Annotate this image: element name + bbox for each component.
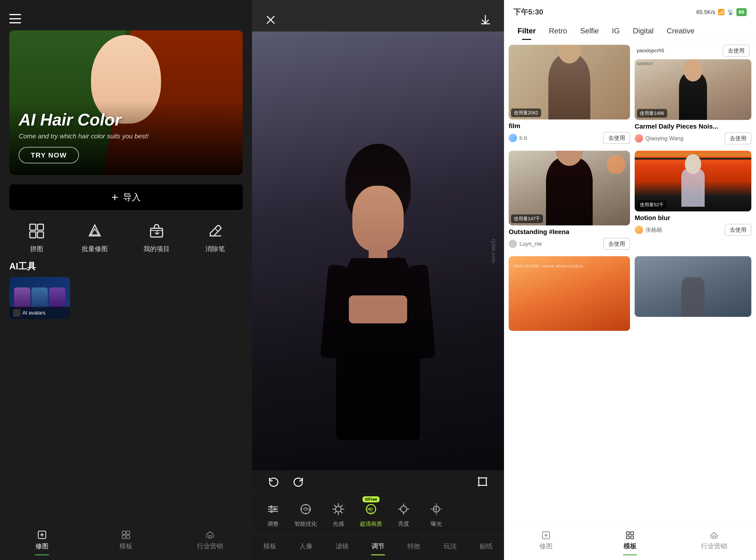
hd-icon: HD ON [363,501,379,517]
panel-editor: rjshe.com [252,0,504,560]
status-time: 下午5:30 [513,7,543,17]
ai-card-label: AI avatars [9,307,70,319]
p3-nav-edit[interactable]: 修图 [504,528,588,553]
editor-nav-fun[interactable]: 玩法 [432,539,468,553]
leena-info: Outstanding #leena Luyn_nie 去使用 [509,225,630,252]
edit-tool-optimize[interactable]: OFF 智能优化 [294,501,317,527]
person-lower [336,323,420,440]
film-author: b b [509,134,527,142]
hero-title: AI Hair Color [19,111,233,129]
crop-button[interactable] [476,475,490,489]
hero-banner: AI Hair Color Come and try which hair co… [9,30,243,175]
film-use-button[interactable]: 去使用 [603,132,630,144]
optimize-label: 智能优化 [295,520,317,527]
editor-nav-template[interactable]: 模板 [252,539,288,553]
edit-tool-hd[interactable]: ⊙Free HD ON 超清画质 [359,501,383,527]
p3-nav-template[interactable]: 模板 [588,528,672,553]
undo-button[interactable] [266,475,280,489]
svg-rect-44 [626,532,629,535]
top-author-label: yaoxiopcrh5 [637,47,664,54]
p3-nav-edit-label: 修图 [539,542,553,551]
svg-rect-9 [126,535,130,539]
nav-marketing[interactable]: 行业营销 [168,527,252,553]
leena-use-button[interactable]: 去使用 [603,238,630,250]
ai-card-icon [13,309,21,317]
ai-avatars-card[interactable]: AI avatars [9,277,70,319]
brightness-label: 亮度 [398,520,409,527]
tool-batch[interactable]: 批量修图 [82,222,108,254]
tool-projects[interactable]: 我的项目 [143,222,170,254]
p3-nav-marketing[interactable]: 行业营销 [672,528,756,553]
leena-author-avatar [509,240,517,248]
collage-icon [27,222,46,240]
filter-tab-creative[interactable]: Creative [660,22,701,40]
filter-tab-filter[interactable]: Filter [511,22,542,40]
home-header [0,0,252,28]
redo-button[interactable] [292,475,306,489]
motion-author: 张杨杨 [635,226,662,234]
optimize-icon-wrap: OFF [298,501,314,517]
edit-icon [37,530,47,540]
svg-line-29 [334,512,336,513]
panel-home: AI Hair Color Come and try which hair co… [0,0,252,560]
filter-row-3: Venir d'y mille : amour amour prodius... [509,256,751,331]
filter-row-1: 使用量2062 film b b 去使用 [509,45,751,146]
editor-nav-portrait[interactable]: 人像 [288,539,324,553]
adjust-label: 调整 [267,520,279,527]
filter-tab-digital[interactable]: Digital [626,22,660,40]
editor-nav-sticker[interactable]: 贴纸 [468,539,504,553]
editor-nav-effects[interactable]: 特效 [396,539,432,553]
motion-use-button[interactable]: 去使用 [725,224,751,236]
try-now-button[interactable]: TRY NOW [19,147,79,163]
motion-author-avatar [635,226,643,234]
extra1-image: Venir d'y mille : amour amour prodius... [509,256,630,331]
tool-eraser[interactable]: 消除笔 [205,222,225,254]
filter-tab-ig[interactable]: IG [605,22,626,40]
carmel-image: MIMRAT. 使用量1496 [635,59,751,120]
motion-info: Motion blur 张杨杨 去使用 [635,212,751,238]
p3-template-icon [625,531,635,540]
edit-tool-exposure[interactable]: 曝光 [425,501,448,527]
p3-nav-active-bar [623,554,637,555]
battery-indicator: 66 [736,8,747,16]
carmel-use-button[interactable]: 去使用 [725,133,751,144]
top-use-button[interactable]: 去使用 [723,45,750,57]
leena-usage: 使用量147千 [511,215,543,223]
carmel-name: Carmel Daily Pieces Nois... [635,123,751,130]
svg-rect-7 [126,531,130,534]
editor-bottom-nav: 模板 人像 滤镜 调节 特效 玩法 贴纸 [252,535,504,560]
batch-label: 批量修图 [82,244,108,254]
editor-nav-filter[interactable]: 滤镜 [324,539,360,553]
filter-card-leena: 使用量147千 Outstanding #leena Luyn_nie 去使用 [509,151,630,252]
editor-nav-adjust[interactable]: 调节 [360,539,396,553]
edit-tool-light[interactable]: 光感 [327,501,350,527]
download-button[interactable] [478,13,492,27]
ai-section: AI工具 AI avatars [0,258,252,324]
svg-point-33 [401,506,407,512]
close-button[interactable] [264,13,278,27]
edit-tool-adjust[interactable]: 调整 [261,501,285,527]
motion-author-name: 张杨杨 [645,226,662,234]
projects-icon [147,222,166,240]
svg-rect-45 [631,532,634,535]
menu-icon[interactable] [9,14,21,23]
filter-tab-selfie[interactable]: Selfie [574,22,605,40]
film-name: film [509,122,630,130]
filter-tab-retro[interactable]: Retro [542,22,574,40]
tool-collage[interactable]: 拼图 [27,222,46,254]
nav-edit[interactable]: 修图 [0,527,84,553]
hd-label: 超清画质 [360,520,382,527]
eraser-label: 消除笔 [205,244,225,254]
p3-nav-marketing-label: 行业营销 [701,542,727,551]
filter-card-right-col: yaoxiopcrh5 去使用 MIMRAT. 使用量1496 Carmel D… [635,45,751,146]
brightness-icon [396,501,412,517]
edit-tool-brightness[interactable]: 亮度 [392,501,415,527]
nav-template[interactable]: 模板 [84,527,168,553]
panel3-bottom-nav: 修图 模板 行业营销 [504,523,756,560]
filter-nav: Filter Retro Selfie IG Digital Creative [504,20,756,40]
import-button[interactable]: + 导入 [9,184,243,210]
carmel-author-name: Qiaoying Wang [645,135,683,142]
import-plus-icon: + [111,191,118,204]
wifi-icon: 📡 [727,9,734,15]
leena-meta: Luyn_nie 去使用 [509,238,630,250]
